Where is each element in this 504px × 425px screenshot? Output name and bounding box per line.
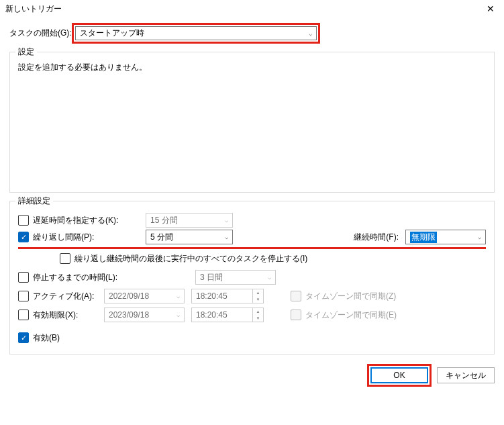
expire-time-input: 18:20:45 ▲▼ <box>191 308 264 322</box>
settings-message: 設定を追加する必要はありません。 <box>18 62 486 73</box>
delay-combo: 15 分間 ⌵ <box>146 213 233 228</box>
stop-after-label-text: 停止するまでの時間(L): <box>33 272 189 283</box>
stop-after-value: 3 日間 <box>200 272 223 283</box>
activate-label-text: アクティブ化(A): <box>33 291 97 302</box>
highlight-frame-begin-task: スタートアップ時 ⌵ <box>72 23 320 44</box>
settings-group: 設定 設定を追加する必要はありません。 <box>9 52 495 193</box>
settings-legend: 設定 <box>15 46 37 58</box>
chevron-down-icon: ⌵ <box>309 30 312 37</box>
advanced-legend: 詳細設定 <box>15 195 53 207</box>
window-title: 新しいトリガー <box>5 3 62 15</box>
expire-date-input: 2023/09/18 ⌵ <box>104 308 185 322</box>
activate-date-value: 2022/09/18 <box>109 291 149 301</box>
enabled-checkbox-label[interactable]: ✓ 有効(B) <box>18 332 60 344</box>
repeat-label-text: 繰り返し間隔(P): <box>33 232 139 243</box>
repeat-row: ✓ 繰り返し間隔(P): 5 分間 ⌵ 継続時間(F): 無期限 ⌵ <box>18 230 486 249</box>
chevron-down-icon: ⌵ <box>177 312 180 318</box>
expire-sync-label: タイムゾーン間で同期(E) <box>291 310 397 321</box>
repeat-duration-label: 継続時間(F): <box>354 232 399 243</box>
title-bar: 新しいトリガー ✕ <box>0 0 504 20</box>
activate-sync-text: タイムゾーン間で同期(Z) <box>305 291 396 302</box>
begin-task-row: タスクの開始(G): スタートアップ時 ⌵ <box>9 23 495 44</box>
enabled-label-text: 有効(B) <box>33 332 60 344</box>
chevron-down-icon: ⌵ <box>478 234 481 240</box>
repeat-value: 5 分間 <box>150 232 173 243</box>
chevron-down-icon: ⌵ <box>225 234 228 240</box>
stop-all-row: 繰り返し継続時間の最後に実行中のすべてのタスクを停止する(I) <box>18 249 486 268</box>
begin-task-dropdown[interactable]: スタートアップ時 ⌵ <box>75 26 317 40</box>
delay-checkbox-label[interactable]: 遅延時間を指定する(K): <box>18 215 139 226</box>
spinner-icon: ▲▼ <box>252 289 263 303</box>
chevron-down-icon: ⌵ <box>177 293 180 299</box>
delay-row: 遅延時間を指定する(K): 15 分間 ⌵ <box>18 211 486 230</box>
enabled-row: ✓ 有効(B) <box>18 328 486 347</box>
stop-after-checkbox[interactable] <box>18 272 29 283</box>
delay-label-text: 遅延時間を指定する(K): <box>33 215 139 226</box>
repeat-checkbox[interactable]: ✓ <box>18 232 29 242</box>
expire-sync-text: タイムゾーン間で同期(E) <box>305 310 397 321</box>
repeat-duration-combo[interactable]: 無期限 ⌵ <box>405 230 486 244</box>
activate-sync-checkbox <box>291 291 301 301</box>
chevron-down-icon: ⌵ <box>268 274 271 281</box>
delay-checkbox[interactable] <box>18 215 29 226</box>
cancel-button[interactable]: キャンセル <box>437 367 495 383</box>
expire-time-value: 18:20:45 <box>192 310 252 320</box>
activate-sync-label: タイムゾーン間で同期(Z) <box>291 291 396 302</box>
activate-time-value: 18:20:45 <box>192 291 252 301</box>
ok-button[interactable]: OK <box>370 367 428 383</box>
stop-all-checkbox[interactable] <box>60 253 70 264</box>
enabled-checkbox[interactable]: ✓ <box>18 332 29 343</box>
ok-button-label: OK <box>393 371 405 380</box>
close-icon[interactable]: ✕ <box>484 2 497 15</box>
activate-row: アクティブ化(A): 2022/09/18 ⌵ 18:20:45 ▲▼ タイムゾ… <box>18 287 486 305</box>
activate-checkbox-label[interactable]: アクティブ化(A): <box>18 291 97 302</box>
repeat-duration-value: 無期限 <box>410 232 437 243</box>
expire-label-text: 有効期限(X): <box>33 310 97 321</box>
expire-row: 有効期限(X): 2023/09/18 ⌵ 18:20:45 ▲▼ タイムゾーン… <box>18 305 486 324</box>
activate-date-input: 2022/09/18 ⌵ <box>104 289 185 303</box>
begin-task-label: タスクの開始(G): <box>9 28 72 39</box>
delay-value: 15 分間 <box>150 215 178 226</box>
stop-after-combo: 3 日間 ⌵ <box>195 270 276 285</box>
spinner-icon: ▲▼ <box>252 308 263 322</box>
cancel-button-label: キャンセル <box>446 370 486 381</box>
stop-all-label-text: 繰り返し継続時間の最後に実行中のすべてのタスクを停止する(I) <box>74 253 307 265</box>
activate-checkbox[interactable] <box>18 291 29 301</box>
expire-checkbox-label[interactable]: 有効期限(X): <box>18 310 97 321</box>
begin-task-value: スタートアップ時 <box>80 28 144 39</box>
stop-all-checkbox-label[interactable]: 繰り返し継続時間の最後に実行中のすべてのタスクを停止する(I) <box>60 253 307 265</box>
expire-sync-checkbox <box>291 310 301 320</box>
advanced-settings-group: 詳細設定 遅延時間を指定する(K): 15 分間 ⌵ ✓ 繰り返し間隔(P): … <box>9 201 495 355</box>
chevron-down-icon: ⌵ <box>225 217 228 224</box>
activate-time-input: 18:20:45 ▲▼ <box>191 289 264 303</box>
expire-checkbox[interactable] <box>18 310 29 320</box>
stop-after-checkbox-label[interactable]: 停止するまでの時間(L): <box>18 272 189 283</box>
dialog-button-row: OK キャンセル <box>9 360 495 387</box>
expire-date-value: 2023/09/18 <box>109 310 149 320</box>
repeat-checkbox-label[interactable]: ✓ 繰り返し間隔(P): <box>18 232 139 243</box>
repeat-interval-combo[interactable]: 5 分間 ⌵ <box>146 230 233 244</box>
stop-after-row: 停止するまでの時間(L): 3 日間 ⌵ <box>18 268 486 287</box>
highlight-frame-ok: OK <box>367 364 432 387</box>
